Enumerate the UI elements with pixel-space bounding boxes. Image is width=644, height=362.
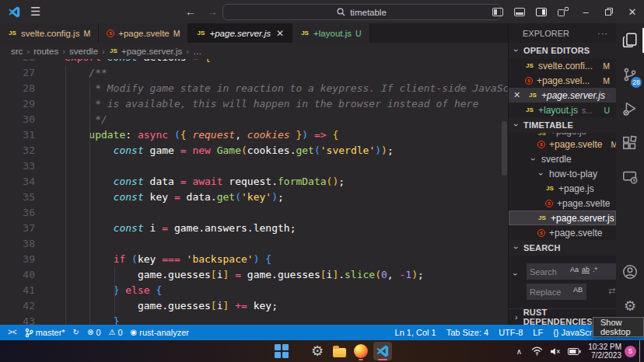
tree-item[interactable]: s+page.svelte: [509, 225, 616, 240]
breadcrumb-label: …: [193, 47, 202, 56]
code-text: const i = game.answers.length;: [35, 221, 296, 236]
account-icon[interactable]: [616, 255, 644, 289]
remote-indicator[interactable]: ><: [8, 329, 17, 336]
back-icon[interactable]: ←: [185, 5, 196, 18]
git-branch[interactable]: master*: [25, 328, 65, 338]
git-status-badge: U: [604, 106, 610, 115]
toggle-sidebar-right-icon[interactable]: [536, 8, 547, 16]
taskbar-firefox-icon[interactable]: [352, 342, 370, 360]
tree-item[interactable]: ›sverdle: [509, 151, 616, 166]
taskbar-start-icon[interactable]: [272, 342, 291, 360]
tab-+layout.js[interactable]: JS+layout.jsU: [292, 23, 370, 43]
explorer-more-actions-icon[interactable]: ···: [597, 29, 608, 38]
running-indicator: [359, 359, 363, 360]
open-editor-item[interactable]: JSsvelte.confi...M: [509, 58, 616, 73]
git-status-badge: M: [603, 76, 610, 85]
source-control-icon[interactable]: 28: [616, 57, 644, 92]
code-editor[interactable]: 26export const actions = {27 /**28 * Mod…: [0, 59, 508, 325]
encoding[interactable]: UTF-8: [499, 328, 523, 337]
code-text: } else {: [35, 283, 162, 298]
clock[interactable]: 10:32 PM 7/2/2023: [588, 343, 621, 360]
svelte-file-icon: s: [525, 77, 533, 85]
run-debug-icon[interactable]: [616, 92, 644, 126]
warnings[interactable]: ⚠0: [109, 328, 123, 337]
indent-guide: [65, 65, 66, 325]
taskbar-vscode-icon[interactable]: [373, 342, 392, 360]
tab-size[interactable]: Tab Size: 4: [446, 328, 488, 337]
forward-icon[interactable]: →: [207, 5, 218, 18]
js-file-icon: JS: [545, 185, 555, 192]
tab-svelte.config.js[interactable]: JSsvelte.config.jsM: [0, 23, 99, 43]
close-button[interactable]: ✕: [621, 0, 644, 23]
tab-label: +page.svelte: [118, 29, 170, 38]
open-editors-header[interactable]: › OPEN EDITORS: [509, 43, 616, 58]
minimize-button[interactable]: –: [574, 0, 597, 23]
tree-item[interactable]: JS+page.server.js: [509, 211, 616, 225]
breadcrumb-item[interactable]: sverdle: [69, 47, 98, 56]
toggle-replace-icon[interactable]: ›: [511, 270, 520, 278]
code-line: 36: [0, 205, 508, 221]
tree-item[interactable]: ›how-to-play: [509, 166, 616, 181]
open-editor-item[interactable]: ✕JS+page.server.jss...: [509, 88, 616, 103]
code-text: if (key === 'backspace') {: [35, 252, 271, 267]
tab-+page.svelte[interactable]: s+page.svelteM: [99, 23, 188, 43]
toggle-sidebar-left-icon[interactable]: [492, 8, 503, 16]
line-number: 36: [0, 205, 35, 221]
extensions-icon[interactable]: [616, 126, 644, 160]
breadcrumb-item[interactable]: src: [11, 47, 23, 56]
workspace-header[interactable]: › TIMETABLE: [509, 117, 616, 133]
activity-bar: 28⚙: [616, 23, 644, 325]
close-icon[interactable]: ✕: [276, 28, 284, 39]
preserve-case-icon[interactable]: AB: [573, 286, 583, 294]
errors[interactable]: ⊗0: [87, 328, 101, 337]
tree-item[interactable]: s+page.svelteM: [509, 137, 616, 151]
tab-+page.server.js[interactable]: JS+page.server.js✕: [188, 23, 292, 43]
breadcrumb-item[interactable]: routes: [33, 47, 58, 56]
line-number: 28: [0, 81, 35, 96]
rust-analyzer-status[interactable]: ◉rust-analyzer: [131, 328, 189, 337]
eol[interactable]: LF: [533, 328, 543, 337]
code-line: 29 * is available, this will happen in t…: [0, 96, 508, 112]
remote-explorer-icon[interactable]: [616, 160, 644, 194]
battery-icon[interactable]: [568, 348, 581, 355]
menu-icon[interactable]: ☰: [30, 5, 40, 19]
line-number: 26: [0, 59, 35, 65]
volume-mute-icon[interactable]: [550, 347, 561, 356]
tree-item[interactable]: JS+page.js: [509, 181, 616, 196]
tree-item[interactable]: JS+page.js: [509, 133, 616, 137]
code-line: 42 game.guesses[i] += key;: [0, 298, 508, 314]
line-number: 31: [0, 127, 35, 143]
show-desktop-button[interactable]: [639, 340, 644, 362]
open-editor-item[interactable]: JS+layout.jss...U: [509, 103, 616, 117]
breadcrumb-item[interactable]: …: [193, 47, 202, 56]
taskbar-file-explorer-icon[interactable]: [330, 342, 348, 360]
chevron-down-icon: ›: [512, 47, 521, 54]
toggle-panel-icon[interactable]: [514, 8, 525, 16]
command-center-search[interactable]: timetable: [222, 4, 501, 20]
wifi-icon[interactable]: [531, 346, 543, 356]
code-line: 40 game.guesses[i] = game.guesses[i].sli…: [0, 267, 508, 283]
search-header[interactable]: › SEARCH: [509, 240, 616, 256]
notification-badge[interactable]: 5: [625, 346, 636, 357]
match-case-icon[interactable]: Aa: [570, 266, 579, 273]
breadcrumb-item[interactable]: JS+page.server.js: [109, 47, 182, 56]
editor-scrollbar[interactable]: [502, 121, 507, 176]
replace-all-icon[interactable]: ⇄: [608, 286, 615, 296]
explorer-icon[interactable]: [616, 23, 644, 57]
code-text: game.guesses[i] = game.guesses[i].slice(…: [35, 267, 424, 283]
cursor-position[interactable]: Ln 1, Col 1: [395, 328, 436, 337]
restore-button[interactable]: [597, 0, 621, 23]
tree-item-label: sverdle: [541, 154, 572, 165]
sync-icon[interactable]: ↻: [73, 329, 79, 336]
close-icon[interactable]: ✕: [513, 90, 524, 100]
open-editor-item[interactable]: s+page.svel...M: [509, 73, 616, 88]
taskbar-settings-icon[interactable]: ⚙: [308, 342, 327, 360]
customize-layout-icon[interactable]: [558, 7, 569, 16]
whole-word-icon[interactable]: ab: [582, 266, 590, 273]
remote-icon: ><: [8, 329, 17, 336]
tree-item-label: +page.server.js: [551, 213, 614, 224]
regex-icon[interactable]: .*: [593, 266, 597, 273]
code-text: const data = await request.formData();: [35, 174, 345, 190]
tree-item[interactable]: s+page.svelte: [509, 196, 616, 211]
hidden-icons-chevron[interactable]: ∧: [516, 347, 522, 356]
